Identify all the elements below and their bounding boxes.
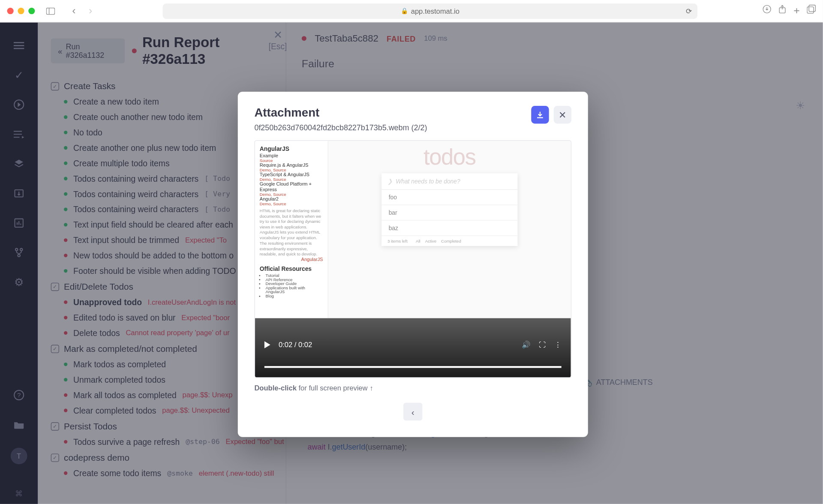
window-zoom[interactable]	[28, 8, 35, 14]
lock-icon: 🔒	[401, 8, 408, 14]
modal-filename: 0f250b263d760042fd2bcb8227b173b5.webm (2…	[254, 123, 427, 132]
url-text: app.testomat.io	[411, 7, 460, 15]
share-icon[interactable]	[779, 5, 787, 17]
video-controls: 0:02 / 0:02 🔊 ⛶ ⋮	[255, 318, 571, 377]
reload-icon[interactable]: ⟳	[686, 7, 692, 15]
svg-rect-5	[807, 7, 814, 13]
prev-attachment-button[interactable]: ‹	[403, 403, 422, 420]
volume-icon[interactable]: 🔊	[522, 341, 531, 349]
svg-rect-6	[809, 5, 815, 12]
play-button[interactable]	[264, 341, 270, 348]
attachment-modal: Attachment 0f250b263d760042fd2bcb8227b17…	[238, 92, 588, 437]
video-frame-sidebar: AngularJS ExampleSourceRequire.js & Angu…	[255, 141, 328, 318]
close-button[interactable]: ✕	[554, 106, 571, 123]
sidebar-toggle-icon[interactable]	[43, 4, 57, 18]
browser-chrome: ‹ › 🔒 app.testomat.io ⟳ +	[0, 0, 823, 22]
forward-button[interactable]: ›	[84, 4, 98, 18]
video-frame-main: todos ❯What needs to be done? foobarbaz …	[328, 141, 571, 318]
download-icon[interactable]	[763, 5, 772, 17]
back-button[interactable]: ‹	[67, 4, 81, 18]
window-minimize[interactable]	[18, 8, 24, 14]
svg-rect-0	[46, 8, 54, 14]
download-button[interactable]	[531, 106, 549, 123]
window-close[interactable]	[7, 8, 14, 14]
new-tab-icon[interactable]: +	[793, 5, 800, 17]
fullscreen-hint: Double-click for full screen preview ↑	[254, 384, 571, 392]
fullscreen-icon[interactable]: ⛶	[539, 341, 546, 349]
modal-title: Attachment	[254, 106, 427, 120]
video-time: 0:02 / 0:02	[279, 341, 312, 349]
video-progress[interactable]	[264, 366, 562, 368]
more-icon[interactable]: ⋮	[554, 341, 562, 349]
traffic-lights	[7, 8, 35, 14]
video-player: AngularJS ExampleSourceRequire.js & Angu…	[254, 140, 571, 378]
tabs-icon[interactable]	[807, 5, 816, 17]
address-bar[interactable]: 🔒 app.testomat.io ⟳	[163, 3, 698, 19]
